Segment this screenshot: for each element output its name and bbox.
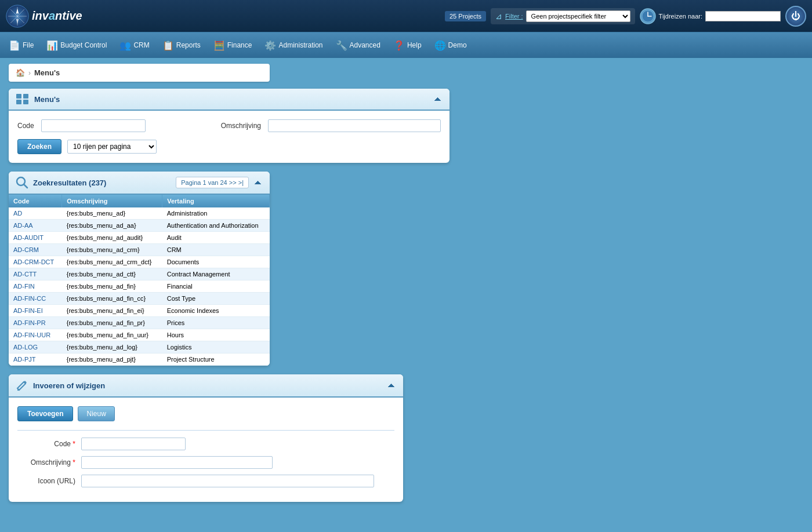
- code-field[interactable]: [81, 438, 186, 450]
- results-header-extra: Pagina 1 van 24 >> >| ⏶: [176, 177, 263, 188]
- table-cell-omschrijving: {res:bubs_menu_ad_fin}: [62, 280, 162, 293]
- nav-item-help[interactable]: ❓ Help: [387, 37, 427, 54]
- search-form-actions: Zoeken 10 rijen per pagina 25 rijen per …: [17, 139, 441, 154]
- table-cell-omschrijving: {res:bubs_menu_ad_log}: [62, 341, 162, 354]
- table-cell-vertaling: Prices: [162, 317, 270, 329]
- table-link-code[interactable]: AD-LOG: [13, 344, 38, 351]
- results-panel-collapse[interactable]: ⏶: [253, 177, 263, 188]
- logo-icon: [6, 5, 29, 28]
- svg-line-16: [24, 184, 27, 188]
- edit-panel-title-area: Invoeren of wijzigen: [16, 379, 105, 392]
- search-panel-title-area: Menu's: [16, 93, 60, 105]
- table-row: AD-PJT{res:bubs_menu_ad_pjt}Project Stru…: [9, 354, 270, 366]
- logo-area: invantive: [6, 5, 82, 28]
- nav-item-budget[interactable]: 📊 Budget Control: [41, 37, 113, 54]
- omschrijving-field-label: Omschrijving *: [17, 458, 75, 467]
- table-cell-vertaling: Documents: [162, 256, 270, 268]
- icon-field[interactable]: [81, 475, 374, 487]
- table-link-code[interactable]: AD: [13, 210, 22, 217]
- nav-label-file: File: [23, 41, 34, 49]
- form-divider: [17, 430, 394, 431]
- omschrijving-field[interactable]: [81, 456, 273, 469]
- table-link-code[interactable]: AD-FIN-UUR: [13, 331, 50, 338]
- new-button[interactable]: Nieuw: [78, 406, 114, 421]
- table-link-code[interactable]: AD-CRM: [13, 246, 39, 253]
- table-cell-vertaling: Administration: [162, 207, 270, 220]
- svg-rect-12: [23, 94, 28, 99]
- table-cell-vertaling: Logistics: [162, 341, 270, 354]
- table-cell-code: AD-AUDIT: [9, 232, 62, 244]
- add-button[interactable]: Toevoegen: [17, 406, 73, 421]
- pagination-next[interactable]: >>: [229, 179, 237, 186]
- search-button[interactable]: Zoeken: [17, 139, 61, 154]
- nav-item-crm[interactable]: 👥 CRM: [114, 37, 155, 54]
- table-cell-code: AD-FIN-EI: [9, 305, 62, 317]
- table-cell-omschrijving: {res:bubs_menu_ad_audit}: [62, 232, 162, 244]
- main-content: 🏠 › Menu's Menu's ⏶ Code Omschrijving: [0, 58, 812, 532]
- crm-icon: 👥: [119, 40, 131, 51]
- time-label: Tijdreizen naar:: [659, 13, 702, 20]
- nav-label-budget: Budget Control: [60, 41, 107, 49]
- finance-icon: 🧮: [213, 40, 225, 51]
- search-panel-collapse[interactable]: ⏶: [433, 94, 443, 104]
- demo-icon: 🌐: [434, 40, 446, 51]
- nav-item-file[interactable]: 📄 File: [3, 37, 39, 54]
- pagination-last[interactable]: >|: [238, 179, 244, 186]
- results-panel: Zoekresultaten (237) Pagina 1 van 24 >> …: [9, 172, 270, 366]
- table-cell-omschrijving: {res:bubs_menu_ad_fin_uur}: [62, 329, 162, 341]
- table-cell-code: AD-AA: [9, 220, 62, 232]
- table-link-code[interactable]: AD-CRM-DCT: [13, 258, 54, 265]
- table-link-code[interactable]: AD-AA: [13, 222, 33, 229]
- edit-panel-body: Toevoegen Nieuw Code * Omschrijving * I: [9, 398, 403, 502]
- table-link-code[interactable]: AD-CTT: [13, 271, 37, 278]
- table-cell-code: AD: [9, 207, 62, 220]
- budget-icon: 📊: [46, 40, 58, 51]
- advanced-icon: 🔧: [336, 40, 347, 51]
- nav-item-finance[interactable]: 🧮 Finance: [208, 37, 258, 54]
- table-link-code[interactable]: AD-FIN-CC: [13, 295, 46, 302]
- table-link-code[interactable]: AD-FIN: [13, 283, 35, 290]
- nav-label-reports: Reports: [176, 41, 201, 49]
- code-row: Code *: [17, 438, 394, 450]
- clock-icon: [640, 8, 656, 24]
- nav-label-administration: Administration: [278, 41, 322, 49]
- table-row: AD-CTT{res:bubs_menu_ad_ctt}Contract Man…: [9, 268, 270, 280]
- nav-item-advanced[interactable]: 🔧 Advanced: [330, 37, 386, 54]
- edit-panel-collapse[interactable]: ⏶: [387, 380, 396, 391]
- edit-panel: Invoeren of wijzigen ⏶ Toevoegen Nieuw C…: [9, 374, 403, 502]
- col-header-omschrijving: Omschrijving: [62, 195, 162, 207]
- nav-item-reports[interactable]: 📋 Reports: [157, 37, 206, 54]
- code-input[interactable]: [41, 119, 146, 132]
- results-panel-title-area: Zoekresultaten (237): [16, 176, 106, 189]
- nav-item-administration[interactable]: ⚙️ Administration: [259, 37, 328, 54]
- time-input[interactable]: [705, 11, 781, 21]
- omschrijving-input[interactable]: [268, 119, 441, 132]
- table-link-code[interactable]: AD-PJT: [13, 356, 36, 363]
- search-panel-header: Menu's ⏶: [9, 89, 449, 111]
- table-link-code[interactable]: AD-FIN-EI: [13, 307, 43, 314]
- nav-item-demo[interactable]: 🌐 Demo: [429, 37, 473, 54]
- svg-rect-11: [16, 94, 21, 99]
- table-link-code[interactable]: AD-AUDIT: [13, 234, 44, 241]
- time-area: Tijdreizen naar:: [640, 8, 781, 24]
- table-row: AD-FIN-CC{res:bubs_menu_ad_fin_cc}Cost T…: [9, 293, 270, 305]
- rows-per-page-select[interactable]: 10 rijen per pagina 25 rijen per pagina …: [67, 140, 157, 154]
- table-link-code[interactable]: AD-FIN-PR: [13, 319, 46, 326]
- filter-select[interactable]: Geen projectspecifiek filter: [526, 10, 630, 22]
- table-cell-omschrijving: {res:bubs_menu_ad_crm}: [62, 244, 162, 256]
- omschrijving-required-star: *: [72, 458, 75, 467]
- power-button[interactable]: ⏻: [785, 6, 806, 27]
- table-cell-omschrijving: {res:bubs_menu_ad_fin_pr}: [62, 317, 162, 329]
- table-cell-code: AD-CRM: [9, 244, 62, 256]
- table-row: AD-AUDIT{res:bubs_menu_ad_audit}Audit: [9, 232, 270, 244]
- search-panel-body: Code Omschrijving Zoeken 10 rijen per pa…: [9, 111, 449, 163]
- code-field-label: Code *: [17, 440, 75, 448]
- table-cell-omschrijving: {res:bubs_menu_ad_fin_cc}: [62, 293, 162, 305]
- table-row: AD-LOG{res:bubs_menu_ad_log}Logistics: [9, 341, 270, 354]
- omschrijving-row: Omschrijving *: [17, 456, 394, 469]
- table-cell-code: AD-FIN-CC: [9, 293, 62, 305]
- breadcrumb-separator: ›: [28, 69, 31, 77]
- table-cell-omschrijving: {res:bubs_menu_ad_crm_dct}: [62, 256, 162, 268]
- reports-icon: 📋: [162, 40, 174, 51]
- filter-link[interactable]: Filter :: [505, 13, 523, 20]
